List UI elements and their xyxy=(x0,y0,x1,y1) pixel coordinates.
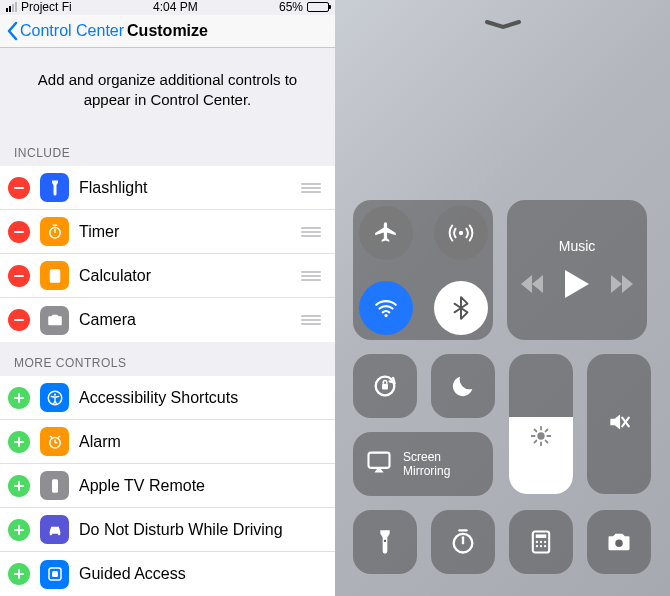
svg-line-38 xyxy=(546,429,548,431)
svg-point-21 xyxy=(51,531,53,533)
add-button[interactable] xyxy=(8,475,30,497)
svg-point-5 xyxy=(51,275,53,277)
brightness-slider[interactable] xyxy=(509,354,573,494)
list-item: Alarm xyxy=(0,420,335,464)
svg-point-10 xyxy=(56,277,58,279)
list-item: Accessibility Shortcuts xyxy=(0,376,335,420)
wifi-icon xyxy=(373,295,399,321)
row-label: Guided Access xyxy=(79,565,321,583)
battery-icon xyxy=(307,2,329,12)
section-header-more: MORE CONTROLS xyxy=(0,342,335,376)
svg-rect-24 xyxy=(52,571,58,577)
next-track-button[interactable] xyxy=(611,275,633,297)
calculator-tile[interactable] xyxy=(509,510,573,574)
add-button[interactable] xyxy=(8,387,30,409)
prev-track-button[interactable] xyxy=(521,275,543,297)
signal-icon xyxy=(6,2,17,12)
list-item: Camera xyxy=(0,298,335,342)
airplane-toggle[interactable] xyxy=(359,206,413,260)
list-item: Guided Access xyxy=(0,552,335,596)
screen-mirroring-tile[interactable]: Screen Mirroring xyxy=(353,432,493,496)
svg-rect-29 xyxy=(369,453,390,468)
remote-icon xyxy=(40,471,69,500)
battery-pct: 65% xyxy=(279,0,303,14)
back-label: Control Center xyxy=(20,22,124,40)
camera-icon xyxy=(40,306,69,335)
drag-handle[interactable] xyxy=(301,227,321,237)
calculator-icon xyxy=(527,528,555,556)
svg-point-51 xyxy=(540,545,542,547)
car-icon xyxy=(40,515,69,544)
connectivity-tile[interactable] xyxy=(353,200,493,340)
bluetooth-toggle[interactable] xyxy=(434,281,488,335)
svg-point-13 xyxy=(53,393,55,395)
guided-icon xyxy=(40,560,69,589)
row-label: Timer xyxy=(79,223,291,241)
rotation-lock-tile[interactable] xyxy=(353,354,417,418)
svg-point-53 xyxy=(615,539,622,546)
brightness-icon xyxy=(530,425,552,447)
status-bar: Project Fi 4:04 PM 65% xyxy=(0,0,335,15)
rotation-lock-icon xyxy=(371,372,399,400)
include-list: FlashlightTimerCalculatorCamera xyxy=(0,166,335,342)
cellular-toggle[interactable] xyxy=(434,206,488,260)
svg-point-26 xyxy=(384,313,387,316)
svg-rect-4 xyxy=(51,270,59,272)
svg-line-18 xyxy=(58,436,60,438)
svg-line-37 xyxy=(534,441,536,443)
svg-point-48 xyxy=(540,541,542,543)
chevron-left-icon xyxy=(6,21,18,41)
drag-handle[interactable] xyxy=(301,315,321,325)
drag-handle[interactable] xyxy=(301,183,321,193)
svg-line-17 xyxy=(49,436,51,438)
play-icon xyxy=(565,270,589,298)
flashlight-icon xyxy=(40,173,69,202)
row-label: Alarm xyxy=(79,433,321,451)
svg-line-35 xyxy=(534,429,536,431)
bluetooth-icon xyxy=(448,295,474,321)
svg-point-41 xyxy=(384,540,386,542)
add-button[interactable] xyxy=(8,431,30,453)
camera-icon xyxy=(605,528,633,556)
svg-rect-19 xyxy=(52,479,58,493)
airplane-icon xyxy=(373,220,399,246)
svg-rect-46 xyxy=(536,534,547,538)
svg-point-30 xyxy=(537,432,544,439)
remove-button[interactable] xyxy=(8,177,30,199)
screen-mirroring-label: Screen Mirroring xyxy=(403,450,481,479)
dnd-tile[interactable] xyxy=(431,354,495,418)
moon-icon xyxy=(449,372,477,400)
add-button[interactable] xyxy=(8,563,30,585)
remove-button[interactable] xyxy=(8,309,30,331)
list-item: Do Not Disturb While Driving xyxy=(0,508,335,552)
control-center-pane: Music xyxy=(335,0,670,596)
wifi-toggle[interactable] xyxy=(359,281,413,335)
volume-slider[interactable] xyxy=(587,354,651,494)
back-button[interactable]: Control Center xyxy=(6,21,124,41)
camera-tile[interactable] xyxy=(587,510,651,574)
music-tile[interactable]: Music xyxy=(507,200,647,340)
svg-point-11 xyxy=(52,319,57,324)
timer-icon xyxy=(40,217,69,246)
drag-handle[interactable] xyxy=(301,271,321,281)
alarm-icon xyxy=(40,427,69,456)
svg-rect-28 xyxy=(382,384,388,390)
list-item: Apple TV Remote xyxy=(0,464,335,508)
flashlight-tile[interactable] xyxy=(353,510,417,574)
timer-tile[interactable] xyxy=(431,510,495,574)
svg-line-36 xyxy=(546,441,548,443)
svg-point-20 xyxy=(53,481,56,484)
nav-title: Customize xyxy=(127,22,208,40)
svg-point-6 xyxy=(54,275,56,277)
remove-button[interactable] xyxy=(8,265,30,287)
add-button[interactable] xyxy=(8,519,30,541)
grabber-icon[interactable] xyxy=(483,18,523,30)
row-label: Accessibility Shortcuts xyxy=(79,389,321,407)
play-button[interactable] xyxy=(565,270,589,302)
calculator-icon xyxy=(40,261,69,290)
list-item: Calculator xyxy=(0,254,335,298)
svg-point-25 xyxy=(458,230,462,234)
timer-icon xyxy=(449,528,477,556)
remove-button[interactable] xyxy=(8,221,30,243)
mute-icon xyxy=(606,409,632,439)
